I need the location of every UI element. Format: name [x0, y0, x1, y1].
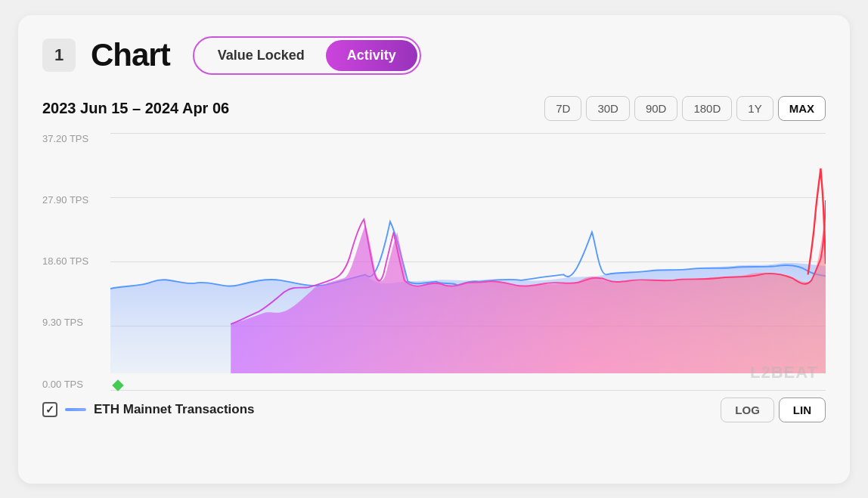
check-mark: ✓ — [45, 404, 54, 416]
grid-line-bottom — [110, 390, 826, 391]
diamond-marker — [110, 378, 126, 396]
chart-svg — [110, 133, 826, 373]
period-1y[interactable]: 1Y — [736, 96, 773, 121]
tab-group: Value Locked Activity — [193, 36, 421, 75]
y-label-3: 18.60 TPS — [42, 255, 110, 267]
scale-lin-button[interactable]: LIN — [779, 397, 826, 422]
y-label-bottom: 0.00 TPS — [42, 379, 110, 390]
svg-rect-0 — [113, 379, 123, 390]
legend-line-indicator — [65, 408, 86, 411]
chart-card: 1 Chart Value Locked Activity 2023 Jun 1… — [18, 15, 850, 484]
legend-left: ✓ ETH Mainnet Transactions — [42, 402, 255, 417]
card-header: 1 Chart Value Locked Activity — [42, 36, 826, 75]
scale-buttons: LOG LIN — [721, 397, 826, 422]
period-buttons: 7D 30D 90D 180D 1Y MAX — [544, 96, 826, 121]
watermark-text: L2BEAT — [750, 363, 818, 382]
tab-value-locked[interactable]: Value Locked — [197, 40, 326, 71]
period-7d[interactable]: 7D — [544, 96, 581, 121]
date-range-row: 2023 Jun 15 – 2024 Apr 06 7D 30D 90D 180… — [42, 96, 826, 121]
y-axis-labels: 37.20 TPS 27.90 TPS 18.60 TPS 9.30 TPS 0… — [42, 133, 110, 390]
legend-row: ✓ ETH Mainnet Transactions LOG LIN — [42, 397, 826, 422]
date-range-label: 2023 Jun 15 – 2024 Apr 06 — [42, 100, 229, 117]
period-180d[interactable]: 180D — [682, 96, 732, 121]
period-90d[interactable]: 90D — [634, 96, 678, 121]
chart-number: 1 — [42, 39, 76, 72]
y-label-top: 37.20 TPS — [42, 133, 110, 144]
tab-activity[interactable]: Activity — [326, 40, 417, 71]
scale-log-button[interactable]: LOG — [721, 397, 774, 422]
pink-area — [231, 203, 826, 373]
legend-checkbox[interactable]: ✓ — [42, 402, 57, 417]
chart-area: 37.20 TPS 27.90 TPS 18.60 TPS 9.30 TPS 0… — [42, 133, 826, 390]
y-label-2: 27.90 TPS — [42, 194, 110, 206]
legend-label: ETH Mainnet Transactions — [94, 402, 255, 417]
period-30d[interactable]: 30D — [586, 96, 630, 121]
y-label-4: 9.30 TPS — [42, 317, 110, 328]
chart-title: Chart — [91, 37, 170, 73]
number-label: 1 — [54, 45, 64, 65]
period-max[interactable]: MAX — [778, 96, 826, 121]
